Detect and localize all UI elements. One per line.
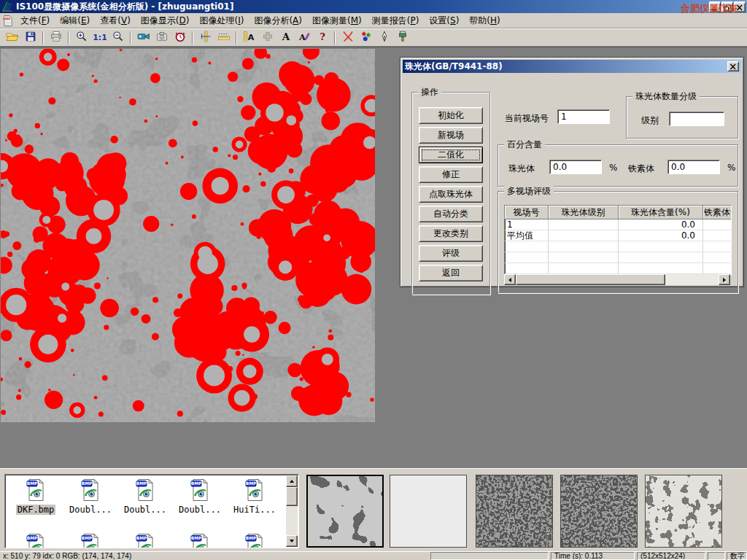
menu-item-9[interactable]: 设置(S)	[424, 14, 464, 28]
ferrite-percent-input[interactable]	[667, 160, 720, 174]
grade-level-input[interactable]	[669, 112, 724, 126]
table-row[interactable]: 平均值0.0	[505, 230, 731, 241]
op-button-修正[interactable]: 修正	[419, 166, 483, 183]
file-item[interactable]: BMP	[119, 533, 171, 548]
op-button-点取珠光体[interactable]: 点取珠光体	[419, 186, 483, 203]
op-button-初始化[interactable]: 初始化	[419, 107, 483, 124]
zoom-in-button[interactable]	[72, 30, 90, 46]
pen-button[interactable]	[375, 30, 393, 46]
scroll-left-button[interactable]	[504, 274, 516, 285]
file-item[interactable]: BMP	[174, 533, 226, 548]
scroll-up-button[interactable]	[286, 475, 298, 487]
op-button-评级[interactable]: 评级	[419, 245, 483, 262]
op-button-自动分类[interactable]: 自动分类	[419, 206, 483, 222]
table-row[interactable]: 10.0	[505, 219, 731, 230]
op-button-返回[interactable]: 返回	[419, 265, 483, 281]
document-icon: DOC	[2, 15, 14, 26]
menu-item-10[interactable]: 帮助(H)	[464, 14, 505, 28]
toolbar-separator	[334, 31, 336, 44]
measure-text-button[interactable]: A	[240, 30, 258, 46]
move-cross-button[interactable]	[258, 30, 276, 46]
sample-thumbnail-2[interactable]	[390, 475, 467, 548]
zoom-out-button[interactable]	[109, 30, 127, 46]
menu-item-5[interactable]: 图像处理(I)	[194, 14, 249, 28]
text-label-button[interactable]: A	[276, 30, 295, 46]
operation-group-label: 操作	[418, 87, 441, 98]
file-item[interactable]: BMP Doubl...	[174, 478, 226, 515]
file-item[interactable]: BMP Doubl...	[64, 478, 117, 515]
menu-item-2[interactable]: 编辑(E)	[55, 14, 95, 28]
scroll-down-button[interactable]	[286, 535, 298, 547]
op-button-更改类别[interactable]: 更改类别	[419, 225, 483, 242]
classify-points-button[interactable]	[357, 30, 375, 46]
dialog-title-bar[interactable]: 珠光体(GB/T9441-88)	[403, 60, 741, 73]
op-button-二值化[interactable]: 二值化	[419, 147, 483, 163]
ruler-button[interactable]	[214, 30, 233, 46]
print-button[interactable]	[47, 30, 65, 46]
grade-group: 珠光体数量分级 级别	[626, 96, 738, 139]
svg-text:BMP: BMP	[27, 481, 38, 486]
file-item[interactable]: BMP Doubl...	[119, 478, 171, 515]
delete-curve-button[interactable]	[338, 30, 357, 46]
sample-thumbnail-5[interactable]	[645, 475, 722, 548]
menu-item-4[interactable]: 图像显示(D)	[136, 14, 195, 28]
toolbar: 1:1AAA?	[0, 28, 747, 47]
dialog-title: 珠光体(GB/T9441-88)	[405, 61, 503, 73]
camera-button[interactable]	[152, 30, 171, 46]
actual-size-button[interactable]: 1:1	[90, 30, 109, 46]
bmp-file-icon: BMP	[26, 494, 45, 504]
application-window: IS100显微摄像系统(金相分析版) - [zhuguangti01] 合肥仪器…	[0, 0, 747, 560]
op-button-新视场[interactable]: 新视场	[419, 127, 483, 144]
current-field-input[interactable]	[557, 109, 610, 124]
save-button[interactable]	[21, 30, 39, 46]
status-bar: x: 510 y: 79 idx: 0 RGB: (174, 174, 174)…	[0, 551, 747, 560]
ferrite-percent-unit: %	[727, 163, 735, 173]
sample-thumbnail-1[interactable]	[306, 475, 384, 548]
scroll-thumb[interactable]	[286, 487, 298, 506]
column-header[interactable]: 铁素体含量(%)	[703, 206, 732, 219]
svg-text:1:1: 1:1	[93, 33, 107, 42]
rating-table[interactable]: 视场号珠光体级别珠光体含量(%)铁素体含量(%)10.0平均值0.0	[504, 205, 732, 276]
table-row[interactable]	[505, 252, 731, 263]
column-header[interactable]: 视场号	[505, 206, 549, 219]
brush-button[interactable]	[393, 30, 411, 46]
svg-text:?: ?	[320, 31, 325, 42]
file-list-scrollbar[interactable]	[286, 475, 298, 547]
table-hscrollbar[interactable]	[504, 274, 730, 285]
scroll-thumb[interactable]	[516, 274, 665, 285]
edit-text-button[interactable]: A	[295, 30, 313, 46]
sample-thumbnail-3[interactable]	[476, 475, 553, 548]
column-header[interactable]: 珠光体含量(%)	[619, 206, 703, 219]
table-row[interactable]	[505, 263, 731, 274]
file-item[interactable]: BMP	[9, 533, 62, 548]
pearlite-percent-input[interactable]	[549, 160, 602, 174]
open-folder-button[interactable]	[3, 30, 21, 46]
file-name: Doubl...	[123, 505, 168, 515]
file-item[interactable]: BMP	[64, 533, 117, 548]
ferrite-percent-label: 铁素体	[628, 163, 654, 175]
delete-curve-icon	[341, 31, 355, 44]
dialog-body: 操作 初始化新视场二值化修正点取珠光体自动分类更改类别评级返回 当前视场号 珠光…	[403, 73, 741, 284]
toolbar-separator	[192, 31, 193, 44]
menu-item-1[interactable]: 文件(F)	[15, 14, 55, 28]
caliper-button[interactable]	[196, 30, 214, 46]
menu-item-8[interactable]: 测量报告(P)	[367, 14, 425, 28]
file-list[interactable]: BMP DKF.bmp BMP Doubl... BMP Doubl... BM…	[4, 474, 299, 548]
menu-item-7[interactable]: 图像测量(M)	[307, 14, 367, 28]
table-row[interactable]	[505, 241, 731, 252]
classify-points-icon	[360, 31, 372, 44]
scroll-right-button[interactable]	[719, 274, 730, 285]
column-header[interactable]: 珠光体级别	[549, 206, 619, 219]
video-camera-button[interactable]	[134, 30, 152, 46]
help-button[interactable]: ?	[313, 30, 331, 46]
app-icon	[1, 1, 13, 12]
micrograph-image[interactable]	[1, 49, 375, 422]
sample-thumbnail-4[interactable]	[560, 475, 638, 548]
dialog-close-button[interactable]	[727, 61, 739, 71]
timer-button[interactable]	[171, 30, 189, 46]
file-item[interactable]: BMP	[228, 533, 281, 548]
menu-item-3[interactable]: 查看(V)	[95, 14, 136, 28]
menu-item-6[interactable]: 图像分析(A)	[249, 14, 307, 28]
file-item[interactable]: BMP DKF.bmp	[9, 478, 62, 515]
file-item[interactable]: BMP HuiTi...	[228, 478, 281, 515]
